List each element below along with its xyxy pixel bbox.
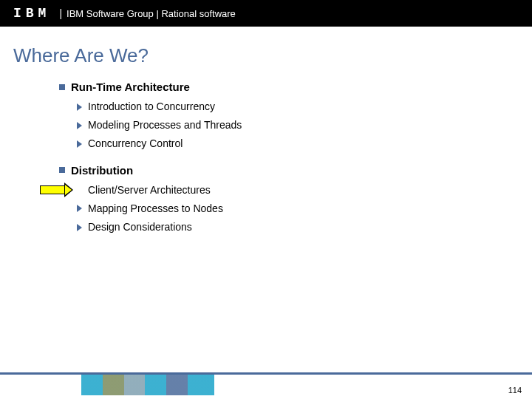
ibm-logo: IBM: [13, 6, 50, 21]
item-text: Concurrency Control: [88, 134, 183, 153]
header-title: IBM Software Group | Rational software: [66, 8, 236, 19]
list-item: Client/Server Architectures: [77, 181, 532, 200]
list-item: Design Considerations: [77, 218, 532, 236]
square-bullet-icon: [59, 84, 65, 90]
slide-title: Where Are We?: [13, 44, 532, 67]
section-title: Distribution: [71, 164, 133, 177]
list-item: Concurrency Control: [77, 134, 532, 153]
sub-list: Introduction to Concurrency Modeling Pro…: [77, 98, 532, 154]
list-item: Mapping Processes to Nodes: [77, 200, 532, 218]
triangle-bullet-icon: [77, 205, 82, 212]
item-text: Client/Server Architectures: [88, 181, 211, 200]
page-number: 114: [508, 386, 522, 395]
header-divider: |: [59, 7, 62, 19]
item-text: Design Considerations: [88, 218, 192, 236]
item-text: Mapping Processes to Nodes: [88, 200, 223, 218]
item-text: Modeling Processes and Threads: [88, 116, 242, 134]
triangle-bullet-icon: [77, 103, 82, 111]
triangle-bullet-icon: [77, 140, 82, 148]
footer-graphic-strip: [81, 375, 214, 395]
list-item: Introduction to Concurrency: [77, 98, 532, 116]
footer-body: 114: [0, 375, 532, 399]
item-text: Introduction to Concurrency: [88, 98, 215, 116]
section-title: Run-Time Architecture: [71, 81, 190, 93]
square-bullet-icon: [59, 167, 65, 173]
content-area: Run-Time Architecture Introduction to Co…: [59, 81, 532, 236]
current-arrow-icon: [40, 183, 73, 197]
sub-list: Client/Server Architectures Mapping Proc…: [77, 181, 532, 237]
section-heading: Run-Time Architecture: [59, 81, 532, 93]
triangle-bullet-icon: [77, 122, 82, 129]
footer: 114: [0, 372, 532, 399]
triangle-bullet-icon: [77, 224, 82, 231]
section-heading: Distribution: [59, 164, 532, 177]
header-bar: IBM | IBM Software Group | Rational soft…: [0, 0, 532, 27]
list-item: Modeling Processes and Threads: [77, 116, 532, 134]
